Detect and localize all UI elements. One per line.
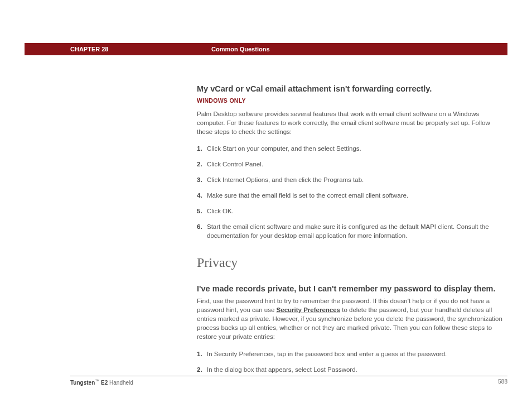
question-1-intro: Palm Desktop software provides several f… — [197, 109, 506, 136]
security-preferences-link[interactable]: Security Preferences — [277, 306, 340, 313]
step-item: Make sure that the email field is set to… — [197, 191, 506, 200]
privacy-heading: Privacy — [197, 255, 506, 270]
question-2-heading: I've made records private, but I can't r… — [197, 284, 506, 295]
product-name: Tungsten™ E2 Handheld — [70, 379, 133, 386]
step-item: Click OK. — [197, 207, 506, 215]
step-item: Click Start on your computer, and then s… — [197, 144, 506, 153]
step-item: In the dialog box that appears, select L… — [197, 365, 506, 374]
question-1-heading: My vCard or vCal email attachment isn't … — [197, 84, 506, 95]
question-2-steps: In Security Preferences, tap in the pass… — [197, 349, 506, 374]
page-number: 588 — [498, 379, 507, 386]
step-item: Click Control Panel. — [197, 160, 506, 169]
product-brand: Tungsten — [70, 380, 95, 386]
step-item: In Security Preferences, tap in the pass… — [197, 349, 506, 358]
chapter-header: CHAPTER 28 Common Questions — [25, 43, 507, 55]
step-item: Start the email client software and make… — [197, 222, 506, 240]
product-model: E2 — [99, 380, 109, 386]
main-content: My vCard or vCal email attachment isn't … — [197, 84, 506, 389]
question-1-steps: Click Start on your computer, and then s… — [197, 144, 506, 241]
page-footer: Tungsten™ E2 Handheld 588 — [70, 376, 507, 386]
step-item: Click Internet Options, and then click t… — [197, 175, 506, 184]
section-label: Common Questions — [211, 46, 270, 52]
question-2-intro: First, use the password hint to try to r… — [197, 296, 506, 341]
chapter-label: CHAPTER 28 — [70, 46, 108, 52]
platform-tag: WINDOWS ONLY — [197, 97, 506, 104]
product-type: Handheld — [109, 380, 133, 386]
